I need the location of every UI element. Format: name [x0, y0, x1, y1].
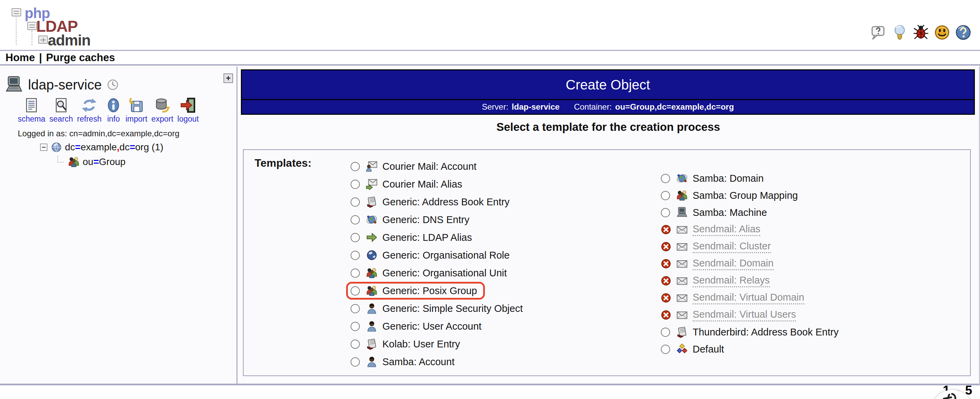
sidebar-tree-panel: + ldap-service schemasearchrefreshinfoim…: [0, 67, 237, 385]
template-option[interactable]: Samba: Group Mapping: [656, 187, 806, 204]
template-option[interactable]: Kolab: User Entry: [346, 335, 468, 353]
template-option[interactable]: Generic: Posix Group: [346, 282, 485, 300]
light-bulb-button[interactable]: [892, 25, 908, 40]
envelope-icon: [676, 241, 688, 253]
subtitle: Select a template for the creation proce…: [237, 121, 979, 134]
header: php LDAP admin: [0, 0, 980, 50]
collapse-icon[interactable]: [40, 143, 48, 151]
radio-button[interactable]: [661, 174, 670, 183]
radio-button[interactable]: [661, 191, 670, 200]
computer-icon: [5, 75, 23, 94]
tree-child-label[interactable]: ou=Group: [83, 156, 126, 167]
envelope-icon: [676, 309, 688, 321]
import-icon: [129, 97, 144, 113]
template-option[interactable]: Generic: Simple Security Object: [346, 300, 531, 317]
template-label: Sendmail: Alias: [693, 223, 760, 236]
container-label: Container:: [574, 102, 612, 112]
radio-button[interactable]: [661, 327, 670, 337]
template-label: Generic: User Account: [382, 321, 482, 332]
radio-button[interactable]: [351, 304, 360, 313]
radio-button[interactable]: [351, 251, 360, 260]
container-value: ou=Group,dc=example,dc=org: [615, 102, 733, 112]
radio-button[interactable]: [351, 180, 360, 189]
radio-button[interactable]: [351, 269, 360, 278]
template-option[interactable]: Generic: DNS Entry: [346, 211, 477, 229]
sidebar-tool-info[interactable]: info: [106, 97, 121, 124]
tree-root-row: dc=example,dc=org (1): [40, 142, 163, 153]
radio-button[interactable]: [351, 197, 360, 207]
sidebar-tool-import[interactable]: import: [126, 97, 147, 124]
help-circle-button[interactable]: [955, 25, 971, 40]
radio-button[interactable]: [351, 357, 360, 367]
bug-icon: [913, 25, 929, 40]
sidebar-tool-schema[interactable]: schema: [18, 97, 45, 124]
page-title: Create Object: [566, 77, 650, 92]
template-option[interactable]: Thunderbird: Address Book Entry: [656, 324, 846, 340]
people-icon: [366, 285, 377, 297]
sidebar-toolbar: schemasearchrefreshinfoimportexportlogou…: [18, 97, 199, 124]
template-option[interactable]: Generic: User Account: [346, 317, 489, 335]
address-book-icon: [366, 196, 377, 208]
red-x-icon: [661, 259, 671, 269]
header-icon-bar: [871, 25, 971, 40]
schema-icon: [24, 97, 39, 113]
template-label: Generic: Organisational Unit: [382, 267, 507, 279]
overlay-glyph-icon: [942, 393, 963, 399]
template-label: Samba: Domain: [693, 173, 764, 184]
template-option[interactable]: Samba: Machine: [656, 204, 775, 221]
logo-node-icon: [12, 8, 21, 16]
server-row[interactable]: ldap-service: [5, 75, 119, 94]
people-icon: [366, 267, 377, 279]
template-option[interactable]: Courier Mail: Alias: [346, 175, 470, 193]
template-option[interactable]: Default: [656, 340, 732, 358]
dns-globe-icon: [676, 173, 688, 184]
sidebar-tool-logout[interactable]: logout: [177, 97, 199, 124]
radio-button[interactable]: [661, 345, 670, 354]
template-option[interactable]: Courier Mail: Account: [346, 157, 485, 175]
radio-button[interactable]: [661, 208, 670, 217]
light-bulb-icon: [892, 25, 908, 40]
template-column-left: Courier Mail: AccountCourier Mail: Alias…: [346, 157, 531, 370]
template-label: Sendmail: Virtual Users: [693, 309, 796, 321]
sidebar-tool-search[interactable]: search: [49, 97, 73, 124]
info-icon: [106, 97, 121, 113]
menu-purge-caches-link[interactable]: Purge caches: [46, 52, 115, 64]
logo-text-admin: admin: [48, 33, 91, 48]
menubar: Home | Purge caches: [0, 50, 980, 65]
template-label: Courier Mail: Alias: [382, 179, 462, 190]
radio-button[interactable]: [351, 215, 360, 224]
smiley-button[interactable]: [934, 25, 950, 40]
template-option[interactable]: Generic: Address Book Entry: [346, 193, 517, 211]
radio-button[interactable]: [351, 322, 360, 331]
template-option[interactable]: Generic: Organisational Role: [346, 246, 517, 264]
question-bubble-icon: [871, 25, 886, 40]
sidebar-tool-label: export: [151, 114, 173, 124]
sidebar-tool-export[interactable]: export: [151, 97, 173, 124]
template-label: Generic: LDAP Alias: [382, 232, 472, 243]
help-circle-icon: [955, 25, 971, 40]
template-option[interactable]: Generic: Organisational Unit: [346, 264, 515, 282]
question-bubble-button[interactable]: [871, 25, 886, 40]
radio-button[interactable]: [351, 286, 360, 296]
red-x-icon: [661, 224, 671, 235]
tree-root-label[interactable]: dc=example,dc=org (1): [65, 142, 163, 153]
template-column-right: Samba: DomainSamba: Group MappingSamba: …: [656, 170, 846, 358]
radio-button[interactable]: [351, 233, 360, 242]
template-option[interactable]: Samba: Account: [346, 353, 462, 370]
radio-button[interactable]: [351, 162, 360, 171]
template-option[interactable]: Samba: Domain: [656, 170, 772, 187]
address-book-icon: [366, 338, 377, 350]
sidebar-tool-refresh[interactable]: refresh: [77, 97, 102, 124]
address-book-icon: [676, 326, 688, 338]
sidebar-expand-button[interactable]: +: [223, 73, 233, 83]
title-box: Create Object Server: ldap-service Conta…: [241, 69, 975, 115]
template-label: Sendmail: Domain: [693, 258, 773, 270]
template-label: Generic: Simple Security Object: [382, 303, 523, 314]
bug-button[interactable]: [913, 25, 929, 40]
template-label: Sendmail: Virtual Domain: [693, 292, 804, 304]
menu-home-link[interactable]: Home: [5, 52, 35, 64]
server-name: ldap-service: [28, 77, 102, 92]
template-option[interactable]: Generic: LDAP Alias: [346, 229, 480, 246]
radio-button[interactable]: [351, 340, 360, 349]
logged-in-as: Logged in as: cn=admin,dc=example,dc=org: [18, 129, 180, 138]
